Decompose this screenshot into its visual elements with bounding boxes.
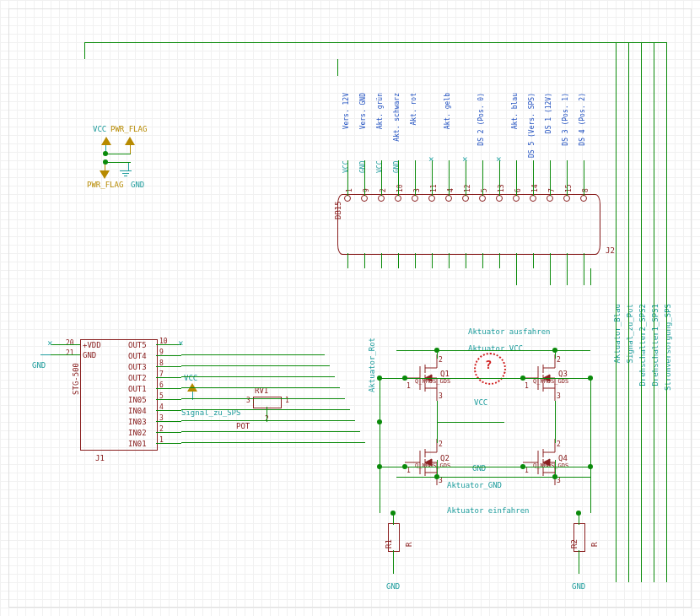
bus-dreh2: Drehschalter2_SPS2 xyxy=(638,304,647,386)
j1-gnd: GND xyxy=(32,361,46,370)
gnd-top: GND xyxy=(131,181,144,189)
bus-dreh1: Drehschalter1_SPS1 xyxy=(651,304,660,386)
vcc-label: VCC xyxy=(93,125,106,133)
j2-value: DB15 xyxy=(334,201,342,219)
j1-value: STG-500 xyxy=(72,363,80,395)
akt-rot: Aktuator_Rot xyxy=(368,338,376,392)
akt-ausfahren: Aktuator ausfahren xyxy=(468,327,551,336)
bridge-vcc: VCC xyxy=(474,398,487,407)
bus-strom: Stromversorgung_SPS xyxy=(664,304,672,391)
rv1-value: POT xyxy=(236,422,250,430)
db15-shell xyxy=(337,194,600,255)
j2-ref: J2 xyxy=(606,246,615,255)
akt-vcc: Aktuator VCC xyxy=(468,344,523,353)
j1-vcc: VCC xyxy=(184,374,197,382)
bus-aktblau: Aktuator_Blau xyxy=(613,304,622,363)
akt-einfahren: Aktuator einfahren xyxy=(447,506,530,515)
erc-mark: ? xyxy=(485,358,492,371)
pwrflag-2: PWR_FLAG xyxy=(87,181,123,189)
j1-ref: J1 xyxy=(95,454,105,462)
bus-sigpot: Signal_zu_Pot xyxy=(626,304,634,363)
pwrflag-1: PWR_FLAG xyxy=(110,125,147,133)
bridge-gnd: GND xyxy=(472,464,486,473)
